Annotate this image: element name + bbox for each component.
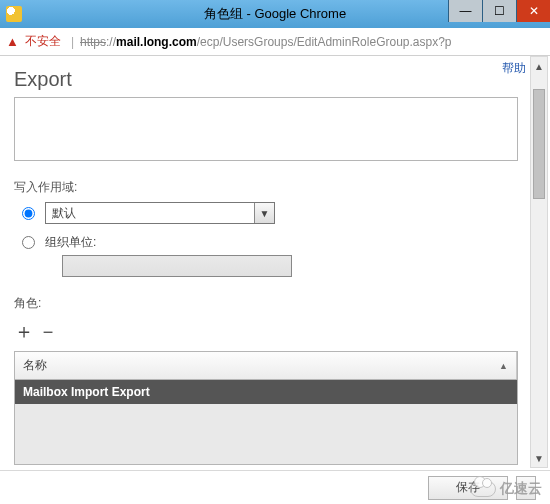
window-controls: — ☐ ✕ (448, 0, 550, 22)
combo-dropdown-button[interactable]: ▼ (254, 203, 274, 223)
sort-icon: ▲ (499, 361, 508, 371)
scope-default-combo[interactable]: 默认 ▼ (45, 202, 275, 224)
description-textarea[interactable] (14, 97, 518, 161)
url-host: mail.long.com (116, 35, 197, 49)
scope-ou-radio[interactable] (22, 236, 35, 249)
scroll-up-icon[interactable]: ▲ (531, 57, 547, 75)
write-scope-label: 写入作用域: (14, 179, 524, 196)
window-minimize-button[interactable]: — (448, 0, 482, 22)
roles-add-button[interactable]: ＋ (14, 318, 34, 345)
scope-ou-input[interactable] (62, 255, 292, 277)
insecure-label: 不安全 (25, 33, 61, 50)
window-favicon (6, 6, 22, 22)
page-content: Export 写入作用域: 默认 ▼ 组织单位: 角色: ＋ － 名称 ▲ Ma… (8, 56, 524, 468)
vertical-scrollbar[interactable]: ▲ ▼ (530, 56, 548, 468)
scope-ou-label: 组织单位: (45, 234, 96, 251)
url-scheme: https (80, 35, 106, 49)
addressbar-separator: | (71, 35, 74, 49)
address-bar[interactable]: ▲ 不安全 | https :// mail.long.com /ecp/Use… (0, 28, 550, 56)
watermark: 亿速云 (470, 480, 542, 498)
dialog-footer: 保存 (0, 470, 550, 504)
url-path: /ecp/UsersGroups/EditAdminRoleGroup.aspx… (197, 35, 452, 49)
insecure-warning-icon: ▲ (6, 34, 19, 49)
scroll-down-icon[interactable]: ▼ (531, 449, 547, 467)
scope-ou-row[interactable]: 组织单位: (22, 234, 524, 251)
roles-grid-header: 名称 ▲ (15, 352, 517, 380)
window-maximize-button[interactable]: ☐ (482, 0, 516, 22)
scroll-thumb[interactable] (533, 89, 545, 199)
scope-default-radio[interactable] (22, 207, 35, 220)
watermark-text: 亿速云 (500, 480, 542, 498)
roles-header-name[interactable]: 名称 ▲ (15, 352, 517, 379)
url-scheme-sep: :// (106, 35, 116, 49)
roles-grid-body (15, 404, 517, 464)
roles-remove-button[interactable]: － (38, 318, 58, 345)
roles-grid: 名称 ▲ Mailbox Import Export (14, 351, 518, 465)
roles-label: 角色: (14, 295, 524, 312)
roles-row[interactable]: Mailbox Import Export (15, 380, 517, 404)
scroll-track[interactable] (531, 75, 547, 449)
roles-row-name: Mailbox Import Export (23, 385, 150, 399)
window-close-button[interactable]: ✕ (516, 0, 550, 22)
cloud-icon (470, 481, 496, 497)
scope-default-row[interactable]: 默认 ▼ (22, 202, 524, 224)
window-title: 角色组 - Google Chrome (204, 5, 346, 23)
scope-default-value: 默认 (46, 205, 254, 222)
window-titlebar: 角色组 - Google Chrome — ☐ ✕ (0, 0, 550, 28)
page-title: Export (14, 68, 524, 91)
